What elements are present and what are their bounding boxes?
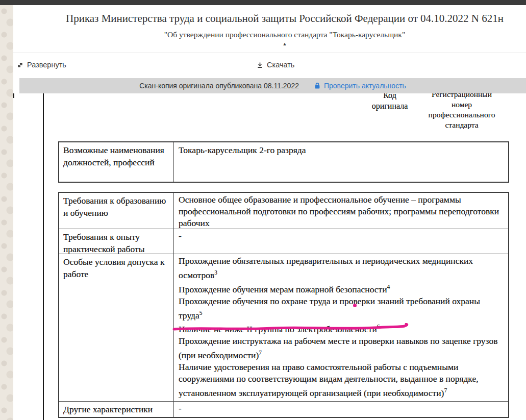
site-background-strip (0, 5, 13, 420)
table-value-cell: Прохождение обязательных предварительных… (174, 254, 508, 400)
download-icon (257, 62, 263, 68)
table-label-cell: Требования к образованию и обучению (59, 193, 174, 229)
table-value-cell: - (174, 229, 508, 243)
browser-top-bar (0, 0, 526, 5)
footnote-ref: 4 (387, 284, 390, 290)
pink-marker-dot (353, 304, 357, 307)
table-row: Требования к опыту практической работы - (59, 229, 508, 254)
info-bar: Скан-копия оригинала опубликована 08.11.… (19, 78, 526, 93)
lock-icon (314, 82, 320, 89)
table-label-cell: Особые условия допуска к работе (59, 254, 174, 401)
check-relevance: Проверить актуальность (314, 82, 406, 90)
scan-corner-artifact (13, 93, 14, 98)
scan-left-edge (43, 93, 44, 420)
footnote-ref: 7 (444, 387, 447, 393)
document-scan: Код оригинала Регистрационный номер проф… (0, 93, 526, 420)
table-value-cell: - (174, 402, 508, 415)
header-divider (13, 53, 526, 53)
footnote-ref: 3 (214, 269, 217, 276)
scan-table-requirements: Требования к образованию и обучению Осно… (58, 192, 509, 418)
footnote-ref: 5 (199, 310, 203, 316)
scan-header-line: стандарта (417, 120, 506, 130)
expand-icon (17, 62, 23, 68)
footnote-ref: 6 (377, 324, 380, 330)
condition-item: Прохождение обязательных предварительных… (179, 255, 504, 281)
expand-button[interactable]: Развернуть (17, 61, 66, 69)
check-relevance-link[interactable]: Проверить актуальность (324, 82, 406, 90)
table-label-cell: Другие характеристики (59, 402, 174, 417)
expand-label: Развернуть (27, 61, 66, 69)
page-title: Приказ Министерства труда и социальной з… (43, 12, 526, 25)
condition-item: Прохождение обучения по охране труда и п… (179, 295, 504, 322)
condition-item: Прохождение обучения мерам пожарной безо… (179, 281, 504, 295)
table-label-cell: Требования к опыту практической работы (59, 229, 174, 254)
scan-header-line: Регистрационный (417, 93, 506, 100)
condition-item-highlighted: Наличие не ниже II группы по электробезо… (179, 321, 504, 335)
page-subtitle: "Об утверждении профессионального станда… (43, 30, 526, 39)
scan-header-registration-number: Регистрационный номер профессионального … (417, 93, 506, 130)
scan-table-job-titles: Возможные наименования должностей, профе… (58, 141, 509, 183)
footnote-ref: 7 (259, 350, 262, 356)
scan-header-line: Код (359, 93, 420, 101)
collapse-arrow-icon[interactable]: ▲ (43, 41, 526, 46)
condition-item: Прохождение инструктажа на рабочем месте… (179, 335, 504, 361)
table-value-cell: Токарь-карусельщик 2-го разряда (174, 142, 508, 158)
scan-header-line: профессионального (417, 110, 506, 120)
scan-header-line: номер (417, 100, 506, 110)
table-label-cell: Возможные наименования должностей, профе… (59, 142, 174, 182)
download-label: Скачать (267, 61, 294, 69)
scan-status-text: Скан-копия оригинала опубликована 08.11.… (139, 82, 299, 90)
download-button[interactable]: Скачать (257, 61, 294, 69)
table-value-cell: Основное общее образование и профессиона… (174, 193, 508, 229)
table-row: Другие характеристики - (59, 401, 508, 417)
table-row: Требования к образованию и обучению Осно… (59, 193, 508, 229)
condition-item: Наличие удостоверения на право самостоят… (179, 361, 504, 399)
document-viewer-page: Приказ Министерства труда и социальной з… (0, 0, 526, 420)
scan-header-original-code: Код оригинала (359, 93, 420, 111)
scan-header-line: оригинала (359, 101, 420, 111)
table-row: Особые условия допуска к работе Прохожде… (59, 254, 508, 401)
